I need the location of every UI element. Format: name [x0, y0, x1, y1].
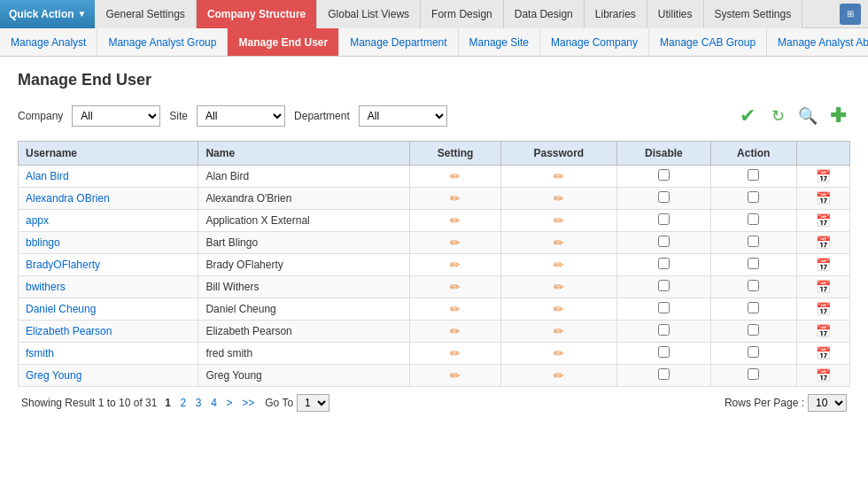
password-edit-icon[interactable]: ✏ — [554, 280, 564, 294]
username-link[interactable]: Greg Young — [26, 369, 81, 382]
search-button[interactable]: 🔍 — [795, 104, 820, 128]
setting-edit-icon[interactable]: ✏ — [450, 302, 461, 316]
username-link[interactable]: fsmith — [26, 347, 54, 359]
setting-edit-icon[interactable]: ✏ — [450, 258, 461, 272]
username-link[interactable]: Daniel Cheung — [26, 303, 96, 315]
company-select[interactable]: All — [72, 105, 160, 127]
password-edit-icon[interactable]: ✏ — [554, 191, 564, 205]
cell-password: ✏ — [500, 276, 616, 298]
disable-checkbox[interactable] — [658, 258, 670, 269]
setting-edit-icon[interactable]: ✏ — [450, 368, 461, 383]
disable-checkbox[interactable] — [658, 191, 670, 203]
action-checkbox[interactable] — [748, 258, 759, 269]
password-edit-icon[interactable]: ✏ — [554, 258, 564, 272]
cell-username: BradyOFlaherty — [19, 254, 198, 276]
calendar-icon[interactable]: 📅 — [816, 213, 831, 228]
action-checkbox[interactable] — [748, 169, 759, 181]
cell-disable — [616, 343, 710, 365]
grid-icon[interactable]: ⊞ — [840, 4, 861, 25]
site-select[interactable]: All — [197, 105, 285, 127]
username-link[interactable]: bblingo — [26, 236, 60, 249]
disable-checkbox[interactable] — [658, 324, 670, 336]
action-checkbox[interactable] — [748, 213, 759, 225]
disable-checkbox[interactable] — [658, 213, 670, 225]
sub-nav-manage-company[interactable]: Manage Company — [540, 28, 649, 56]
setting-edit-icon[interactable]: ✏ — [450, 236, 461, 250]
username-link[interactable]: appx — [26, 214, 49, 227]
password-edit-icon[interactable]: ✏ — [554, 324, 564, 338]
setting-edit-icon[interactable]: ✏ — [450, 213, 461, 228]
setting-edit-icon[interactable]: ✏ — [450, 169, 461, 183]
top-nav-item-data-design[interactable]: Data Design — [504, 0, 585, 28]
top-nav-item-company-structure[interactable]: Company Structure — [197, 0, 317, 28]
password-edit-icon[interactable]: ✏ — [554, 346, 564, 360]
top-nav-item-form-design[interactable]: Form Design — [421, 0, 504, 28]
top-nav-item-general-settings[interactable]: General Settings — [95, 0, 196, 28]
calendar-icon[interactable]: 📅 — [816, 324, 831, 338]
action-checkbox[interactable] — [748, 324, 759, 336]
password-edit-icon[interactable]: ✏ — [554, 213, 564, 228]
password-edit-icon[interactable]: ✏ — [554, 236, 564, 250]
cell-username: Daniel Cheung — [19, 298, 198, 321]
calendar-icon[interactable]: 📅 — [816, 191, 831, 205]
username-link[interactable]: BradyOFlaherty — [26, 259, 100, 271]
disable-checkbox[interactable] — [658, 302, 670, 313]
top-nav-item-libraries[interactable]: Libraries — [585, 0, 647, 28]
col-action: Action — [710, 142, 796, 166]
username-link[interactable]: Alexandra OBrien — [26, 192, 110, 205]
top-nav-item-global-list-views[interactable]: Global List Views — [317, 0, 421, 28]
sub-nav-manage-end-user[interactable]: Manage End User — [228, 28, 339, 56]
setting-edit-icon[interactable]: ✏ — [450, 346, 461, 360]
password-edit-icon[interactable]: ✏ — [554, 169, 564, 183]
last-page-link[interactable]: >> — [242, 397, 254, 409]
department-select[interactable]: All — [359, 105, 447, 127]
calendar-icon[interactable]: 📅 — [816, 258, 831, 272]
top-nav-item-utilities[interactable]: Utilities — [647, 0, 704, 28]
goto-select[interactable]: 1 2 3 4 — [297, 394, 329, 412]
password-edit-icon[interactable]: ✏ — [554, 368, 564, 383]
password-edit-icon[interactable]: ✏ — [554, 302, 564, 316]
calendar-icon[interactable]: 📅 — [816, 280, 831, 294]
page-4-link[interactable]: 4 — [211, 397, 217, 409]
add-button[interactable]: ✚ — [825, 104, 850, 128]
disable-checkbox[interactable] — [658, 280, 670, 291]
next-page-link[interactable]: > — [227, 397, 233, 409]
setting-edit-icon[interactable]: ✏ — [450, 324, 461, 338]
username-link[interactable]: Alan Bird — [26, 170, 69, 182]
action-checkbox[interactable] — [748, 368, 759, 380]
page-3-link[interactable]: 3 — [196, 397, 202, 409]
calendar-icon[interactable]: 📅 — [816, 236, 831, 250]
cell-disable — [616, 321, 710, 343]
calendar-icon[interactable]: 📅 — [816, 302, 831, 316]
username-link[interactable]: bwithers — [26, 281, 66, 293]
action-checkbox[interactable] — [748, 236, 759, 247]
sub-nav-manage-analyst[interactable]: Manage Analyst — [0, 28, 97, 56]
disable-checkbox[interactable] — [658, 346, 670, 358]
top-navigation: Quick Action ▼ General Settings Company … — [0, 0, 868, 28]
action-checkbox[interactable] — [748, 302, 759, 313]
calendar-icon[interactable]: 📅 — [816, 169, 831, 183]
top-nav-item-system-settings[interactable]: System Settings — [704, 0, 803, 28]
calendar-icon[interactable]: 📅 — [816, 346, 831, 360]
quick-action-button[interactable]: Quick Action ▼ — [0, 0, 95, 28]
action-checkbox[interactable] — [748, 191, 759, 203]
sub-nav-manage-cab-group[interactable]: Manage CAB Group — [649, 28, 767, 56]
sub-nav-manage-site[interactable]: Manage Site — [459, 28, 540, 56]
disable-checkbox[interactable] — [658, 368, 670, 380]
action-checkbox[interactable] — [748, 280, 759, 291]
setting-edit-icon[interactable]: ✏ — [450, 191, 461, 205]
apply-button[interactable]: ✔ — [735, 104, 760, 128]
page-2-link[interactable]: 2 — [180, 397, 186, 409]
username-link[interactable]: Elizabeth Pearson — [26, 325, 112, 337]
disable-checkbox[interactable] — [658, 236, 670, 247]
rows-per-page-select[interactable]: 10 25 50 — [808, 394, 847, 412]
sub-nav-manage-analyst-absence[interactable]: Manage Analyst Absence Ap... — [767, 28, 868, 56]
sub-nav-manage-department[interactable]: Manage Department — [339, 28, 458, 56]
setting-edit-icon[interactable]: ✏ — [450, 280, 461, 294]
sub-nav-manage-analyst-group[interactable]: Manage Analyst Group — [97, 28, 228, 56]
disable-checkbox[interactable] — [658, 169, 670, 181]
cell-password: ✏ — [500, 210, 616, 232]
action-checkbox[interactable] — [748, 346, 759, 358]
calendar-icon[interactable]: 📅 — [816, 368, 831, 383]
refresh-button[interactable]: ↻ — [765, 104, 790, 128]
